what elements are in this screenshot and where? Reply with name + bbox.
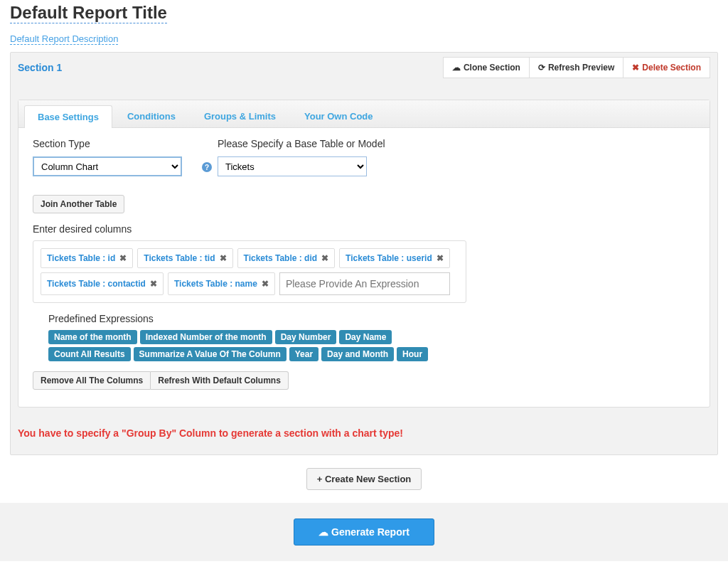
section-panel: Section 1 ☁ Clone Section ⟳ Refresh Prev… — [10, 52, 718, 455]
predef-chip[interactable]: Hour — [397, 347, 428, 361]
remove-chip-icon[interactable]: ✖ — [262, 279, 269, 289]
clone-section-label: Clone Section — [464, 63, 520, 73]
delete-section-label: Delete Section — [642, 63, 701, 73]
join-another-table-button[interactable]: Join Another Table — [33, 195, 124, 213]
close-icon: ✖ — [632, 63, 639, 73]
column-chip[interactable]: Tickets Table : did✖ — [237, 248, 336, 268]
error-message: You have to specify a "Group By" Column … — [18, 427, 710, 439]
tab-body-base-settings: Section Type Column Chart ? Please Speci… — [18, 128, 710, 407]
remove-all-columns-button[interactable]: Remove All The Columns — [33, 371, 151, 390]
column-chip[interactable]: Tickets Table : tid✖ — [137, 248, 232, 268]
column-chip[interactable]: Tickets Table : contactid✖ — [41, 272, 164, 295]
column-chip-label: Tickets Table : did — [244, 253, 318, 263]
section-type-field: Section Type Column Chart — [33, 138, 182, 176]
base-table-field: Please Specify a Base Table or Model Tic… — [218, 138, 385, 176]
predef-chip[interactable]: Day Number — [275, 330, 337, 344]
footer-bar: ☁ Generate Report — [0, 503, 728, 561]
remove-chip-icon[interactable]: ✖ — [437, 253, 444, 263]
clone-section-button[interactable]: ☁ Clone Section — [443, 57, 530, 78]
refresh-preview-label: Refresh Preview — [548, 63, 614, 73]
predef-chip[interactable]: Day Name — [339, 330, 392, 344]
refresh-icon: ⟳ — [538, 63, 545, 73]
predef-chip[interactable]: Day and Month — [321, 347, 394, 361]
predef-chip[interactable]: Count All Results — [48, 347, 131, 361]
refresh-preview-button[interactable]: ⟳ Refresh Preview — [530, 57, 623, 78]
predefined-expressions-region: Predefined Expressions Name of the month… — [33, 303, 695, 361]
remove-chip-icon[interactable]: ✖ — [150, 279, 157, 289]
tabs: Base Settings Conditions Groups & Limits… — [18, 100, 710, 128]
column-chip-label: Tickets Table : name — [174, 279, 257, 289]
column-chip[interactable]: Tickets Table : id✖ — [41, 248, 133, 268]
section-type-select[interactable]: Column Chart — [33, 156, 182, 176]
column-chip-label: Tickets Table : tid — [144, 253, 215, 263]
predef-chip[interactable]: Indexed Number of the month — [140, 330, 272, 344]
delete-section-button[interactable]: ✖ Delete Section — [623, 57, 710, 78]
enter-columns-label: Enter desired columns — [33, 223, 695, 235]
report-title[interactable]: Default Report Title — [10, 3, 167, 23]
report-description[interactable]: Default Report Description — [10, 33, 118, 45]
generate-report-label: Generate Report — [331, 526, 410, 538]
base-table-select[interactable]: Tickets — [218, 156, 367, 176]
cloud-icon: ☁ — [318, 526, 328, 538]
columns-box: Tickets Table : id✖ Tickets Table : tid✖… — [33, 240, 466, 303]
column-chip[interactable]: Tickets Table : name✖ — [168, 272, 275, 295]
predef-chip[interactable]: Year — [289, 347, 318, 361]
column-chip[interactable]: Tickets Table : userid✖ — [339, 248, 450, 268]
remove-chip-icon[interactable]: ✖ — [119, 253, 127, 263]
plus-icon: + — [317, 474, 323, 484]
tab-base-settings[interactable]: Base Settings — [24, 105, 112, 128]
column-chip-label: Tickets Table : userid — [346, 253, 432, 263]
remove-chip-icon[interactable]: ✖ — [321, 253, 328, 263]
column-chip-label: Tickets Table : contactid — [47, 279, 146, 289]
section-name[interactable]: Section 1 — [18, 62, 443, 73]
predef-chip[interactable]: Name of the month — [48, 330, 137, 344]
base-table-label: Please Specify a Base Table or Model — [218, 138, 385, 149]
section-settings-card: Base Settings Conditions Groups & Limits… — [18, 100, 710, 408]
section-type-label: Section Type — [33, 138, 182, 149]
create-new-section-label: Create New Section — [325, 474, 411, 484]
section-header-actions: ☁ Clone Section ⟳ Refresh Preview ✖ Dele… — [443, 57, 710, 78]
predef-chip[interactable]: Summarize A Value Of The Column — [134, 347, 287, 361]
column-chip-label: Tickets Table : id — [47, 253, 115, 263]
tab-conditions[interactable]: Conditions — [114, 105, 189, 127]
expression-input[interactable] — [279, 272, 450, 295]
remove-chip-icon[interactable]: ✖ — [220, 253, 227, 263]
generate-report-button[interactable]: ☁ Generate Report — [294, 518, 434, 546]
create-new-section-button[interactable]: + Create New Section — [306, 468, 422, 490]
tab-groups-limits[interactable]: Groups & Limits — [191, 105, 289, 127]
tab-your-own-code[interactable]: Your Own Code — [291, 105, 387, 127]
cloud-icon: ☁ — [452, 63, 461, 73]
refresh-default-columns-button[interactable]: Refresh With Default Columns — [151, 371, 289, 390]
predefined-expressions-title: Predefined Expressions — [48, 313, 680, 324]
help-icon[interactable]: ? — [202, 162, 212, 172]
